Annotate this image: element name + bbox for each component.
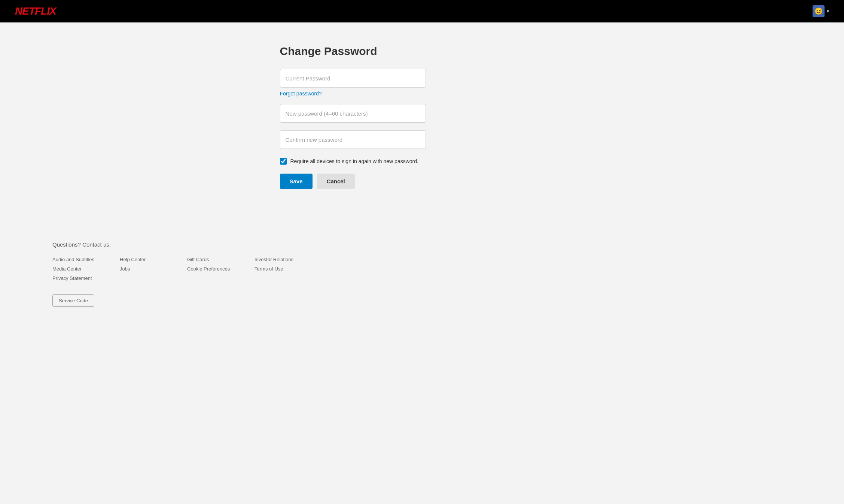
footer-link-help[interactable]: Help Center bbox=[120, 257, 180, 262]
chevron-down-icon[interactable]: ▾ bbox=[827, 9, 829, 14]
cancel-button[interactable]: Cancel bbox=[317, 174, 355, 189]
footer-link-audio[interactable]: Audio and Subtitles bbox=[52, 257, 112, 262]
confirm-password-group bbox=[280, 130, 564, 149]
button-row: Save Cancel bbox=[280, 174, 564, 189]
new-password-group bbox=[280, 104, 564, 123]
footer: Questions? Contact us. Audio and Subtitl… bbox=[0, 226, 844, 329]
forgot-password-link[interactable]: Forgot password? bbox=[280, 91, 564, 97]
save-button[interactable]: Save bbox=[280, 174, 313, 189]
header: NETFLIX 😊 ▾ bbox=[0, 0, 844, 22]
new-password-input[interactable] bbox=[280, 104, 426, 123]
footer-contact-text: Questions? Contact us. bbox=[52, 241, 792, 248]
footer-link-investor[interactable]: Investor Relations bbox=[255, 257, 314, 262]
footer-link-terms[interactable]: Terms of Use bbox=[255, 266, 314, 272]
service-code-button[interactable]: Service Code bbox=[52, 294, 94, 307]
main-content: Change Password Forgot password? Require… bbox=[272, 22, 572, 226]
footer-link-privacy[interactable]: Privacy Statement bbox=[52, 275, 112, 281]
require-signout-label: Require all devices to sign in again wit… bbox=[290, 158, 418, 164]
footer-link-media[interactable]: Media Center bbox=[52, 266, 112, 272]
footer-link-cookies[interactable]: Cookie Preferences bbox=[187, 266, 247, 272]
footer-link-jobs[interactable]: Jobs bbox=[120, 266, 180, 272]
confirm-password-input[interactable] bbox=[280, 130, 426, 149]
footer-link-gift[interactable]: Gift Cards bbox=[187, 257, 247, 262]
current-password-group: Forgot password? bbox=[280, 69, 564, 97]
header-right: 😊 ▾ bbox=[813, 5, 829, 17]
avatar[interactable]: 😊 bbox=[813, 5, 825, 17]
current-password-input[interactable] bbox=[280, 69, 426, 88]
page-title: Change Password bbox=[280, 45, 564, 58]
require-signout-row: Require all devices to sign in again wit… bbox=[280, 158, 564, 165]
netflix-logo: NETFLIX bbox=[15, 5, 56, 17]
require-signout-checkbox[interactable] bbox=[280, 158, 287, 165]
footer-links: Audio and Subtitles Help Center Gift Car… bbox=[52, 257, 314, 281]
